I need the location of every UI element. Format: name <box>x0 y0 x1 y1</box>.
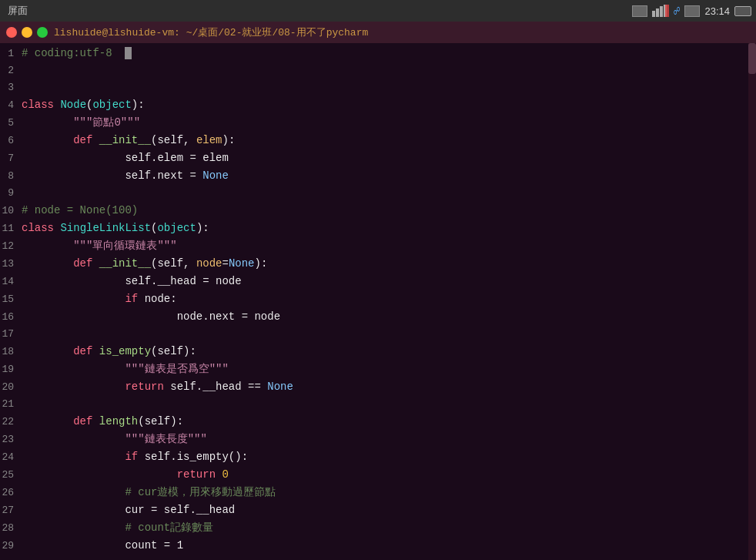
line-number: 18 <box>0 344 22 360</box>
line-content: def length(self): <box>22 413 183 430</box>
token: node.next = node <box>22 310 280 323</box>
table-row: 5 """節點0""" <box>0 114 756 132</box>
line-content: # count記錄數量 <box>22 519 213 536</box>
line-content: """節點0""" <box>22 114 140 131</box>
table-row: 19 """鏈表是否爲空""" <box>0 360 756 378</box>
line-number: 16 <box>0 309 22 326</box>
token: self <box>22 275 151 287</box>
line-content: if node: <box>22 290 177 307</box>
token: ( <box>138 415 144 428</box>
token: self <box>157 257 183 270</box>
token: node: <box>145 293 177 305</box>
token: cur = self <box>22 504 189 516</box>
scrollbar-thumb[interactable] <box>748 43 756 74</box>
line-content: count = 1 <box>22 537 183 554</box>
svg-rect-4 <box>665 5 669 17</box>
token: ): <box>222 134 235 146</box>
token: 鏈表是否爲空 <box>145 363 209 375</box>
token: def <box>22 415 99 428</box>
taskbar-time: 23:14 <box>704 5 730 17</box>
line-number: 26 <box>0 485 22 501</box>
table-row: 29 count = 1 <box>0 537 756 555</box>
token: class <box>22 99 60 111</box>
token: return <box>177 468 222 481</box>
table-row: 15 if node: <box>0 290 756 308</box>
line-content: def __init__(self, elem): <box>22 132 235 149</box>
line-number: 8 <box>0 168 22 185</box>
token: """ <box>121 116 140 129</box>
line-number: 20 <box>0 379 22 396</box>
token: elem <box>196 134 222 146</box>
line-number: 7 <box>0 150 22 167</box>
line-number: 1 <box>0 45 22 62</box>
line-content: return 0 <box>22 466 229 483</box>
token <box>22 293 125 305</box>
line-number: 27 <box>0 502 22 519</box>
line-number: 15 <box>0 291 22 308</box>
line-number: 14 <box>0 273 22 290</box>
taskbar-window-icon-2[interactable] <box>684 5 700 17</box>
table-row: 3 <box>0 79 756 96</box>
token: """ <box>22 433 145 445</box>
svg-rect-1 <box>656 8 659 17</box>
taskbar-bluetooth-icon: ☍ <box>674 5 680 18</box>
code-content: 1# coding:utf-8 234class Node(object):5 … <box>0 43 756 556</box>
line-number: 12 <box>0 238 22 255</box>
token: if <box>125 451 144 463</box>
token: return <box>125 381 170 393</box>
token: self <box>157 345 183 357</box>
line-content: # node = None(100) <box>22 202 138 219</box>
token: class <box>22 222 60 234</box>
cursor <box>125 47 132 59</box>
token: def <box>22 134 99 146</box>
taskbar-window-icon-1[interactable] <box>632 5 647 17</box>
token: = <box>222 257 228 270</box>
token: ): <box>170 415 183 428</box>
table-row: 26 # cur遊模，用來移動過歷節點 <box>0 484 756 501</box>
token: .__head == <box>196 381 267 393</box>
table-row: 20 return self.__head == None <box>0 378 756 396</box>
table-row: 21 <box>0 396 756 413</box>
token <box>22 381 125 393</box>
line-number: 29 <box>0 538 22 555</box>
token: , <box>183 134 196 146</box>
table-row: 4class Node(object): <box>0 96 756 114</box>
table-row: 28 # count記錄數量 <box>0 519 756 537</box>
table-row: 18 def is_empty(self): <box>0 343 756 360</box>
line-number: 21 <box>0 396 22 413</box>
table-row: 24 if self.is_empty(): <box>0 448 756 466</box>
code-editor[interactable]: 1# coding:utf-8 234class Node(object):5 … <box>0 43 756 560</box>
token: """ <box>209 363 229 375</box>
minimize-button[interactable] <box>22 27 32 38</box>
table-row: 11class SingleLinkList(object): <box>0 220 756 237</box>
line-number: 11 <box>0 220 22 237</box>
token <box>22 468 177 481</box>
line-number: 5 <box>0 115 22 132</box>
svg-rect-2 <box>660 6 663 17</box>
token: # node = None(100) <box>22 204 138 216</box>
token: 0 <box>222 468 228 481</box>
token: # cur遊模，用來移動過歷節點 <box>22 486 276 498</box>
maximize-button[interactable] <box>37 27 48 38</box>
line-content: self.next = None <box>22 167 229 184</box>
close-button[interactable] <box>6 27 17 38</box>
token: SingleLinkList <box>60 222 151 234</box>
line-number: 25 <box>0 467 22 484</box>
token: Node <box>60 99 86 111</box>
scrollbar[interactable] <box>748 43 756 560</box>
token: None <box>267 381 293 393</box>
line-content: """鏈表是否爲空""" <box>22 360 229 377</box>
line-number: 28 <box>0 520 22 537</box>
token: __init__ <box>99 257 151 270</box>
line-content: self.elem = elem <box>22 149 229 166</box>
token: None <box>229 257 255 270</box>
svg-rect-0 <box>652 11 655 17</box>
line-content: self.__head = node <box>22 273 242 290</box>
table-row: 16 node.next = node <box>0 308 756 326</box>
table-row: 14 self.__head = node <box>0 273 756 290</box>
line-number: 9 <box>0 185 22 202</box>
token: """ <box>22 363 145 375</box>
table-row: 9 <box>0 185 756 202</box>
table-row: 2 <box>0 62 756 79</box>
table-row: 10# node = None(100) <box>0 202 756 220</box>
